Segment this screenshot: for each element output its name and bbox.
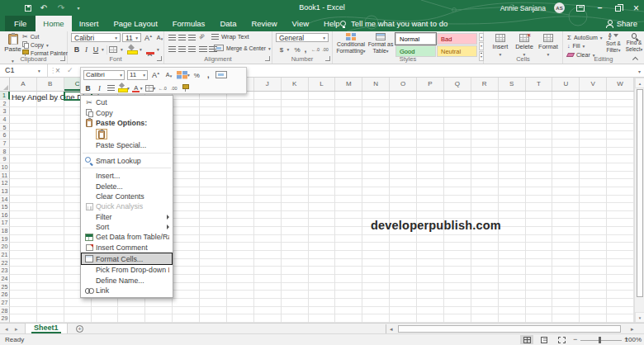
menu-item-clear-contents[interactable]: Clear Contents (81, 191, 173, 201)
mini-font-size-select[interactable]: 11 (127, 70, 148, 80)
mini-comma-button[interactable] (204, 69, 213, 80)
menu-item-insert-comment[interactable]: Insert Comment (81, 243, 173, 253)
paste-option-button[interactable] (96, 129, 107, 139)
zoom-slider-track[interactable] (580, 340, 622, 342)
tab-data[interactable]: Data (212, 16, 244, 31)
accounting-dropdown-icon[interactable] (286, 45, 291, 54)
row-header-25[interactable]: 25 (0, 283, 10, 291)
row-header-21[interactable]: 21 (0, 251, 10, 259)
sort-filter-button[interactable]: Sort & Filter (604, 32, 623, 53)
align-right-button[interactable] (188, 46, 196, 52)
sheet-tab-sheet1[interactable]: Sheet1 (25, 324, 68, 333)
menu-item-smart-lookup[interactable]: Smart Lookup (81, 156, 173, 166)
increase-decimal-button[interactable]: ←.0 (310, 45, 320, 54)
column-header-r[interactable]: R (471, 78, 499, 91)
underline-dropdown-icon[interactable] (100, 45, 106, 54)
minimize-icon[interactable] (595, 3, 604, 13)
orientation-button[interactable] (199, 34, 205, 39)
column-header-l[interactable]: L (309, 78, 336, 91)
mini-font-color-button[interactable] (132, 83, 143, 93)
close-icon[interactable] (632, 3, 641, 13)
cancel-icon[interactable] (55, 64, 60, 78)
row-header-29[interactable]: 29 (0, 314, 10, 323)
row-header-20[interactable]: 20 (0, 243, 10, 251)
column-header-p[interactable]: P (417, 78, 444, 91)
column-header-n[interactable]: N (362, 78, 390, 91)
mini-bold-button[interactable] (83, 83, 92, 93)
vertical-scrollbar[interactable] (634, 78, 644, 323)
mini-format-style-button[interactable] (177, 69, 190, 80)
wrap-text-button[interactable]: Wrap Text (211, 33, 249, 40)
column-header-o[interactable]: O (390, 78, 417, 91)
fill-color-button[interactable] (127, 45, 137, 54)
insert-cells-button[interactable]: Insert (489, 32, 512, 58)
increase-font-size-button[interactable] (143, 33, 154, 42)
cell-style-normal[interactable]: Normal (395, 33, 436, 45)
menu-item-link[interactable]: Link (81, 286, 173, 295)
zoom-level[interactable]: 100% (625, 334, 642, 345)
column-header-t[interactable]: T (526, 78, 553, 91)
new-sheet-icon[interactable] (76, 325, 83, 333)
row-header-3[interactable]: 3 (0, 107, 10, 116)
menu-item-cut[interactable]: Cut (81, 97, 173, 107)
row-header-8[interactable]: 8 (0, 148, 10, 156)
comma-style-button[interactable] (302, 45, 309, 54)
font-color-button[interactable] (145, 45, 154, 54)
menu-item-delete[interactable]: Delete... (81, 181, 173, 191)
menu-item-paste-special[interactable]: Paste Special... (81, 140, 173, 150)
bottom-align-button[interactable] (188, 35, 196, 40)
alignment-dialog-launcher[interactable] (265, 56, 270, 61)
mini-merge-button[interactable] (215, 69, 227, 80)
row-header-26[interactable]: 26 (0, 291, 10, 299)
row-header-10[interactable]: 10 (0, 163, 10, 172)
tab-file[interactable]: File (5, 16, 36, 31)
user-name[interactable]: Annie Sanjana (500, 4, 546, 12)
tab-home[interactable]: Home (36, 16, 71, 31)
menu-item-pick-from-drop-down-list[interactable]: Pick From Drop-down List... (81, 265, 173, 275)
row-header-23[interactable]: 23 (0, 267, 10, 275)
row-header-15[interactable]: 15 (0, 203, 10, 211)
ribbon-display-options-icon[interactable] (576, 5, 585, 12)
menu-item-filter[interactable]: Filter (81, 212, 173, 222)
menu-item-insert[interactable]: Insert... (81, 171, 173, 181)
expand-formula-bar-icon[interactable] (638, 64, 641, 78)
font-size-select[interactable]: 11 (122, 33, 141, 42)
underline-button[interactable] (92, 45, 100, 54)
row-header-6[interactable]: 6 (0, 131, 10, 139)
column-header-q[interactable]: Q (444, 78, 471, 91)
row-header-24[interactable]: 24 (0, 275, 10, 283)
fill-color-dropdown-icon[interactable] (138, 45, 144, 54)
name-box[interactable]: C1 (0, 64, 48, 78)
normal-view-button[interactable] (520, 335, 533, 344)
delete-cells-button[interactable]: Delete (513, 32, 536, 58)
tab-review[interactable]: Review (244, 16, 284, 31)
collapse-ribbon-button[interactable] (633, 55, 640, 62)
zoom-slider-thumb[interactable] (599, 337, 601, 343)
column-header-a[interactable]: A (10, 78, 37, 91)
font-name-select[interactable]: Calibri (71, 33, 121, 42)
menu-item-paste-options[interactable]: Paste Options: (81, 118, 173, 128)
scroll-down-icon[interactable] (635, 312, 644, 323)
percent-style-button[interactable] (293, 45, 301, 54)
row-header-16[interactable]: 16 (0, 211, 10, 220)
mini-borders-button[interactable] (145, 83, 156, 93)
column-header-k[interactable]: K (282, 78, 309, 91)
row-header-2[interactable]: 2 (0, 100, 10, 108)
row-header-17[interactable]: 17 (0, 219, 10, 227)
decrease-decimal-button[interactable]: .00 (320, 45, 330, 54)
mini-percent-button[interactable] (192, 69, 201, 80)
restore-icon[interactable] (615, 6, 621, 12)
zoom-out-icon[interactable] (573, 334, 577, 345)
row-header-18[interactable]: 18 (0, 227, 10, 235)
row-header-19[interactable]: 19 (0, 235, 10, 243)
font-color-dropdown-icon[interactable] (155, 45, 161, 54)
row-header-27[interactable]: 27 (0, 299, 10, 307)
menu-item-copy[interactable]: Copy (81, 107, 173, 117)
cell-style-bad[interactable]: Bad (437, 33, 477, 45)
bold-button[interactable] (73, 45, 81, 54)
cut-button[interactable]: Cut (22, 32, 68, 40)
find-select-button[interactable]: Find & Select (624, 32, 644, 52)
mini-decrease-font-button[interactable] (163, 69, 174, 80)
row-header-4[interactable]: 4 (0, 116, 10, 124)
menu-paste-option[interactable] (81, 128, 173, 140)
